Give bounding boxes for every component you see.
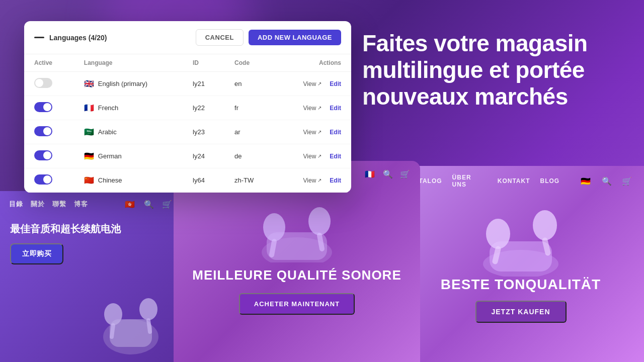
cancel-button[interactable]: CANCEL (196, 29, 244, 46)
lang-toggle-3[interactable] (34, 150, 52, 160)
actions-cell-0: View ↗ Edit (286, 80, 341, 87)
table-row: 🇫🇷 French ly22 fr View ↗ Edit (24, 96, 351, 120)
french-store-content: MEILLEURE QUALITÉ SONORE ACHETER MAINTEN… (174, 187, 420, 315)
col-language: Language (74, 54, 183, 72)
view-link-1[interactable]: View ↗ (303, 105, 322, 112)
add-language-button[interactable]: ADD NEW LANGUAGE (249, 30, 341, 45)
chinese-nav-about[interactable]: 關於 (31, 200, 44, 209)
external-link-icon: ↗ (317, 153, 321, 159)
chinese-flag: 🇭🇰 (124, 198, 136, 210)
modal-actions: CANCEL ADD NEW LANGUAGE (196, 29, 341, 46)
german-nav: KATALOG ÜBER UNS KONTAKT BLOG 🇩🇪 🔍 🛒 (397, 166, 644, 196)
lang-flag-2: 🇸🇦 (84, 127, 94, 137)
chinese-nav: 目錄 關於 聯繫 博客 🇭🇰 🔍 🛒 (0, 191, 181, 217)
language-modal: Languages (4/20) CANCEL ADD NEW LANGUAGE… (24, 21, 351, 193)
german-cart-icon[interactable]: 🛒 (622, 176, 632, 186)
lang-flag-0: 🇬🇧 (84, 79, 94, 88)
svg-line-11 (319, 235, 322, 249)
svg-line-17 (545, 240, 548, 253)
lang-code-3: de (224, 144, 276, 168)
hero-section: Faites votre magasin multilingue et port… (362, 30, 624, 110)
view-link-3[interactable]: View ↗ (303, 153, 322, 160)
lang-name-cell: 🇸🇦 Arabic (84, 127, 173, 137)
lang-code-0: en (224, 72, 276, 96)
external-link-icon: ↗ (317, 81, 321, 86)
chinese-nav-contact[interactable]: 聯繫 (52, 200, 66, 209)
col-actions: Actions (276, 54, 351, 72)
lang-id-4: ly64 (183, 168, 224, 193)
chinese-store-content: 最佳音质和超长续航电池 立即购买 (0, 217, 181, 264)
svg-line-15 (495, 249, 498, 261)
view-link-4[interactable]: View ↗ (303, 177, 322, 184)
lang-name-label-0: English (primary) (98, 80, 147, 87)
lang-toggle-0[interactable] (34, 78, 52, 88)
chinese-airpods-image (75, 272, 181, 362)
lang-toggle-2[interactable] (34, 126, 52, 136)
lang-name-cell: 🇬🇧 English (primary) (84, 79, 173, 88)
modal-dash-icon (34, 37, 44, 38)
chinese-cta-button[interactable]: 立即购买 (10, 243, 63, 264)
svg-line-5 (148, 320, 150, 332)
german-nav-kontakt[interactable]: KONTAKT (498, 177, 530, 185)
svg-point-16 (533, 210, 557, 240)
svg-point-4 (139, 298, 157, 320)
lang-id-0: ly21 (183, 72, 224, 96)
edit-link-2[interactable]: Edit (330, 129, 341, 136)
german-nav-uberuns[interactable]: ÜBER UNS (452, 174, 488, 188)
actions-cell-1: View ↗ Edit (286, 105, 341, 112)
svg-point-14 (486, 219, 510, 249)
actions-cell-4: View ↗ Edit (286, 177, 341, 184)
lang-name-label-1: French (98, 104, 118, 112)
lang-name-cell: 🇨🇳 Chinese (84, 175, 173, 185)
language-table: Active Language ID Code Actions 🇬🇧 Engli… (24, 54, 351, 193)
lang-name-cell: 🇩🇪 German (84, 151, 173, 161)
table-row: 🇨🇳 Chinese ly64 zh-TW View ↗ Edit (24, 168, 351, 193)
actions-cell-3: View ↗ Edit (286, 153, 341, 160)
modal-title-area: Languages (4/20) (34, 34, 107, 42)
french-airpods-image (184, 202, 410, 262)
chinese-cart-icon[interactable]: 🛒 (162, 200, 172, 209)
col-id: ID (183, 54, 224, 72)
lang-name-label-4: Chinese (98, 176, 122, 184)
french-cart-icon[interactable]: 🛒 (400, 169, 410, 179)
external-link-icon: ↗ (317, 105, 321, 111)
lang-toggle-1[interactable] (34, 102, 52, 112)
german-airpods-image (413, 201, 629, 277)
german-headline: BESTE TONQUALITÄT (413, 277, 629, 293)
lang-id-2: ly23 (183, 120, 224, 144)
svg-line-9 (272, 241, 274, 255)
svg-point-2 (104, 303, 122, 325)
german-search-icon[interactable]: 🔍 (602, 176, 612, 186)
lang-name-label-2: Arabic (98, 128, 117, 136)
lang-name-label-3: German (98, 152, 122, 160)
lang-code-2: ar (224, 120, 276, 144)
edit-link-3[interactable]: Edit (330, 153, 341, 160)
chinese-nav-blog[interactable]: 博客 (74, 200, 88, 209)
french-cta-button[interactable]: ACHETER MAINTENANT (239, 293, 355, 315)
lang-id-1: ly22 (183, 96, 224, 120)
lang-flag-3: 🇩🇪 (84, 151, 94, 161)
french-flag: 🇫🇷 (364, 168, 376, 180)
modal-header: Languages (4/20) CANCEL ADD NEW LANGUAGE (24, 21, 351, 54)
view-link-2[interactable]: View ↗ (303, 129, 322, 136)
hero-title: Faites votre magasin multilingue et port… (362, 30, 624, 110)
modal-title: Languages (4/20) (49, 34, 107, 42)
table-row: 🇬🇧 English (primary) ly21 en View ↗ Edit (24, 72, 351, 96)
german-nav-blog[interactable]: BLOG (540, 177, 560, 185)
edit-link-4[interactable]: Edit (330, 177, 341, 184)
german-flag: 🇩🇪 (580, 175, 592, 187)
lang-toggle-4[interactable] (34, 174, 52, 185)
german-store-content: BESTE TONQUALITÄT JETZT KAUFEN (397, 196, 644, 328)
german-cta-button[interactable]: JETZT KAUFEN (475, 301, 567, 323)
store-preview-german: KATALOG ÜBER UNS KONTAKT BLOG 🇩🇪 🔍 🛒 BES… (397, 166, 644, 362)
table-row: 🇸🇦 Arabic ly23 ar View ↗ Edit (24, 120, 351, 144)
chinese-search-icon[interactable]: 🔍 (144, 200, 154, 209)
col-code: Code (224, 54, 276, 72)
view-link-0[interactable]: View ↗ (303, 80, 322, 87)
edit-link-1[interactable]: Edit (330, 105, 341, 112)
chinese-nav-catalogue[interactable]: 目錄 (9, 200, 23, 209)
french-search-icon[interactable]: 🔍 (383, 169, 393, 179)
actions-cell-2: View ↗ Edit (286, 129, 341, 136)
edit-link-0[interactable]: Edit (330, 80, 341, 87)
lang-flag-1: 🇫🇷 (84, 103, 94, 113)
